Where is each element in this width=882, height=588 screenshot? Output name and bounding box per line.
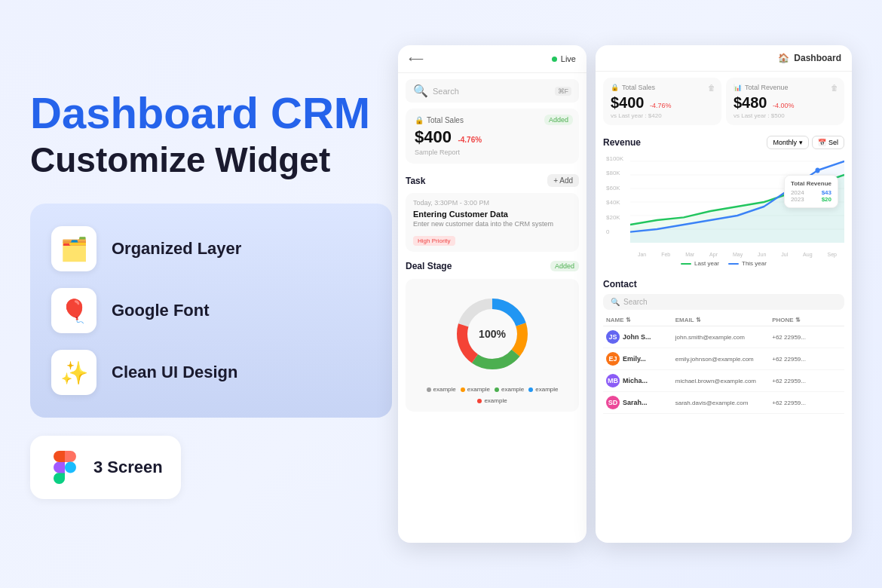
- tooltip-row-2023: 2023 $20: [791, 196, 831, 203]
- legend-item: example: [528, 386, 558, 393]
- col-header: EMAIL ⇅: [675, 317, 772, 323]
- stat-label-0: 🔒 Total Sales: [611, 84, 714, 91]
- chart-x-label: Jan: [638, 252, 646, 257]
- legend-item: example: [495, 386, 524, 393]
- contact-phone: +62 22959...: [772, 378, 841, 384]
- legend-item: example: [477, 397, 507, 404]
- card-header-left: ⟵ Live: [398, 45, 586, 73]
- tooltip-row-2024: 2024 $43: [791, 189, 831, 196]
- contact-email: john.smith@example.com: [675, 334, 772, 341]
- dashboard-card-right: 🏠 Dashboard 🔒 Total Sales 🗑 $400 -4.76% …: [596, 45, 852, 543]
- chart-x-label: Apr: [709, 252, 718, 257]
- contact-phone: +62 22959...: [772, 356, 841, 363]
- contact-phone: +62 22959...: [772, 334, 841, 341]
- task-card: Today, 3:30PM - 3:00 PM Entering Custome…: [406, 193, 579, 252]
- revenue-section: Revenue Monthly ▾ 📅 Sel $100K$80K$60K: [596, 131, 852, 271]
- screen-count-text: 3 Screen: [93, 458, 163, 477]
- contact-email: sarah.davis@example.com: [675, 400, 772, 406]
- avatar: SD: [606, 396, 620, 409]
- add-task-button[interactable]: + Add: [547, 174, 579, 187]
- stat-box-1: 📊 Total Revenue 🗑 $480 -4.00% vs Last ye…: [726, 78, 844, 125]
- feature-clean-ui: ✨ Clean UI Design: [51, 350, 371, 395]
- title-crm: Dashboard CRM: [30, 89, 392, 137]
- contact-row[interactable]: JS John S... john.smith@example.com +62 …: [603, 326, 844, 348]
- col-header: NAME ⇅: [606, 317, 675, 323]
- chart-y-label: $20K: [606, 214, 623, 221]
- col-header: PHONE ⇅: [772, 317, 841, 323]
- avatar: MB: [606, 374, 620, 387]
- contact-row[interactable]: SD Sarah... sarah.davis@example.com +62 …: [603, 392, 844, 414]
- chart-x-label: May: [733, 252, 743, 257]
- live-dot: [552, 57, 557, 62]
- chart-y-label: $60K: [606, 185, 623, 191]
- feature-icon-organized-layer: 🗂️: [51, 226, 96, 271]
- contact-heading: Contact: [603, 276, 844, 294]
- sel-filter[interactable]: 📅 Sel: [812, 136, 844, 149]
- stat-label-1: 📊 Total Revenue: [733, 84, 837, 91]
- contact-row[interactable]: EJ Emily... emily.johnson@example.com +6…: [603, 348, 844, 370]
- trash-icon-0[interactable]: 🗑: [708, 84, 715, 92]
- deal-stage-card: 100% exampleexampleexampleexampleexample: [406, 279, 579, 412]
- contact-search[interactable]: 🔍 Search: [603, 294, 844, 310]
- donut-chart: 100%: [451, 292, 534, 375]
- feature-organized-layer: 🗂️ Organized Layer: [51, 226, 371, 271]
- avatar: EJ: [606, 352, 620, 366]
- left-panel: Dashboard CRM Customize Widget 🗂️ Organi…: [30, 89, 392, 500]
- chart-x-labels: JanFebMarAprMayJunJulAugSep: [630, 252, 844, 257]
- contact-name: MB Micha...: [606, 374, 675, 387]
- contact-search-icon: 🔍: [611, 298, 620, 306]
- contact-name: EJ Emily...: [606, 352, 675, 366]
- chart-x-label: Aug: [803, 252, 812, 257]
- contact-email: michael.brown@example.com: [675, 378, 772, 384]
- dashboard-title: 🏠 Dashboard: [778, 53, 841, 63]
- priority-badge: High Priority: [413, 236, 455, 246]
- task-section-heading: Task + Add: [398, 168, 586, 190]
- revenue-header: Revenue Monthly ▾ 📅 Sel: [603, 136, 844, 149]
- trash-icon-1[interactable]: 🗑: [831, 84, 838, 92]
- right-panel: ⟵ Live 🔍 Search ⌘F 🔒 Total Sales Added $…: [398, 45, 852, 543]
- svg-point-11: [815, 167, 819, 173]
- screen-count-box: 3 Screen: [30, 436, 181, 499]
- total-sales-widget: 🔒 Total Sales Added $400 -4.76% Sample R…: [406, 109, 579, 164]
- chart-x-label: Mar: [685, 252, 694, 257]
- chart-x-label: Sep: [827, 252, 836, 257]
- chart-legend: Last yearThis year: [603, 260, 844, 267]
- contact-section: Contact 🔍 Search NAME ⇅EMAIL ⇅PHONE ⇅ JS…: [596, 271, 852, 418]
- chart-legend-item: Last year: [681, 260, 719, 267]
- title-customize: Customize Widget: [30, 139, 392, 181]
- live-badge: Live: [552, 54, 576, 63]
- chart-y-label: $40K: [606, 199, 623, 206]
- stat-box-0: 🔒 Total Sales 🗑 $400 -4.76% vs Last year…: [603, 78, 721, 125]
- chart-legend-item: This year: [728, 260, 767, 267]
- chart-y-label: $100K: [606, 155, 623, 162]
- dashboard-card-left: ⟵ Live 🔍 Search ⌘F 🔒 Total Sales Added $…: [398, 45, 586, 543]
- chart-x-label: Jul: [781, 252, 788, 257]
- donut-center-label: 100%: [479, 328, 506, 340]
- contact-table: JS John S... john.smith@example.com +62 …: [603, 326, 844, 414]
- chart-tooltip: Total Revenue 2024 $43 2023 $20: [784, 175, 838, 208]
- feature-label-clean-ui: Clean UI Design: [112, 363, 237, 382]
- figma-icon: [48, 451, 81, 484]
- card-header-right: 🏠 Dashboard: [596, 45, 852, 72]
- login-icon: ⟵: [409, 53, 424, 65]
- chart-container: $100K$80K$60K$40K$20K0: [603, 152, 844, 250]
- chart-y-label: $80K: [606, 170, 623, 176]
- feature-label-organized-layer: Organized Layer: [112, 239, 241, 259]
- monthly-filter[interactable]: Monthly ▾: [767, 136, 809, 149]
- donut-legend: exampleexampleexampleexampleexample: [413, 386, 571, 404]
- contact-table-header: NAME ⇅EMAIL ⇅PHONE ⇅: [603, 314, 844, 326]
- contact-row[interactable]: MB Micha... michael.brown@example.com +6…: [603, 370, 844, 392]
- feature-google-font: 🎈 Google Font: [51, 288, 371, 333]
- legend-item: example: [427, 386, 456, 393]
- stats-row: 🔒 Total Sales 🗑 $400 -4.76% vs Last year…: [596, 72, 852, 131]
- avatar: JS: [606, 330, 620, 344]
- stat-value-row-1: $480 -4.00%: [733, 94, 837, 112]
- features-section: 🗂️ Organized Layer 🎈 Google Font ✨ Clean…: [30, 204, 392, 418]
- contact-phone: +62 22959...: [772, 400, 841, 406]
- chart-x-label: Jun: [758, 252, 766, 257]
- widget-value-row: $400 -4.76%: [415, 127, 570, 147]
- search-bar[interactable]: 🔍 Search ⌘F: [406, 79, 579, 103]
- feature-icon-google-font: 🎈: [51, 288, 96, 333]
- search-icon: 🔍: [413, 84, 428, 98]
- feature-icon-clean-ui: ✨: [51, 350, 96, 395]
